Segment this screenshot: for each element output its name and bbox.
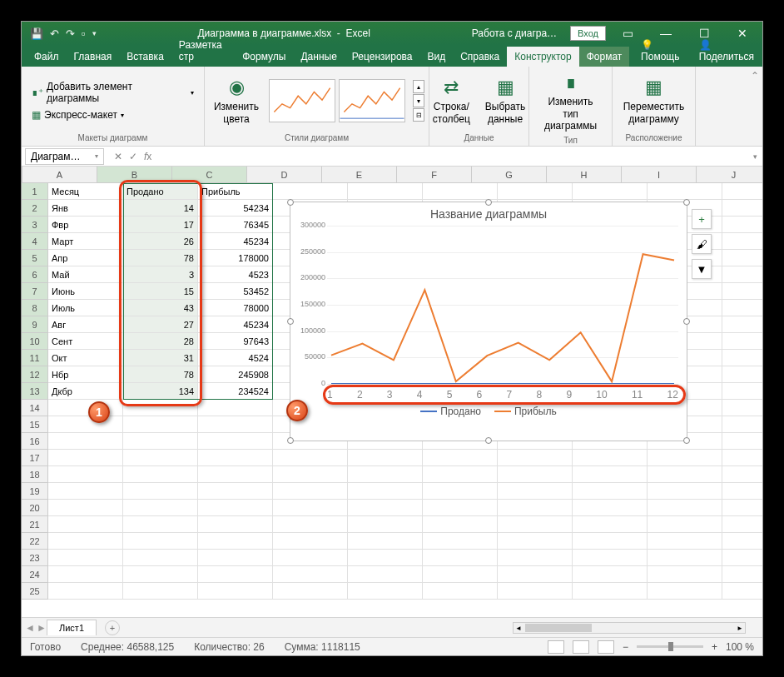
row-header-8[interactable]: 8 — [22, 300, 48, 316]
cell-C14[interactable] — [198, 400, 273, 416]
cell-J20[interactable] — [722, 500, 762, 516]
cell-F23[interactable] — [423, 550, 498, 566]
cell-E24[interactable] — [348, 566, 423, 583]
cell-F1[interactable] — [423, 183, 498, 200]
cell-B3[interactable]: 17 — [123, 217, 198, 233]
cell-B13[interactable]: 134 — [123, 383, 198, 400]
fx-icon[interactable]: fx — [144, 151, 151, 162]
cell-C20[interactable] — [198, 500, 273, 516]
cell-E1[interactable] — [348, 183, 423, 200]
cell-J7[interactable] — [722, 283, 762, 300]
cell-C19[interactable] — [198, 483, 273, 500]
tab-layout[interactable]: Разметка стр — [171, 35, 235, 67]
cell-G25[interactable] — [498, 583, 573, 600]
cell-G24[interactable] — [498, 566, 573, 583]
chart-elements-button[interactable]: + — [692, 209, 712, 229]
redo-icon[interactable]: ↷ — [66, 27, 75, 40]
cell-A21[interactable] — [48, 516, 123, 533]
row-header-17[interactable]: 17 — [22, 450, 48, 466]
style-more-icon[interactable]: ⊟ — [413, 108, 424, 122]
expand-formula-icon[interactable]: ▾ — [748, 152, 762, 161]
chart-styles-button[interactable]: 🖌 — [692, 234, 712, 254]
cell-J8[interactable] — [722, 300, 762, 316]
tab-help[interactable]: Справка — [453, 47, 507, 67]
cell-I18[interactable] — [648, 466, 722, 483]
change-colors-button[interactable]: ◉Изменить цвета — [209, 75, 264, 127]
cell-C15[interactable] — [198, 416, 273, 433]
cell-B10[interactable]: 28 — [123, 333, 198, 350]
col-header-E[interactable]: E — [322, 167, 397, 183]
cell-C2[interactable]: 54234 — [198, 200, 273, 217]
row-header-20[interactable]: 20 — [22, 500, 48, 516]
row-header-24[interactable]: 24 — [22, 566, 48, 583]
quick-layout-button[interactable]: ▦Экспресс-макет▾ — [28, 107, 127, 122]
cell-D18[interactable] — [273, 466, 348, 483]
cell-A3[interactable]: Фвр — [48, 217, 123, 233]
cell-A18[interactable] — [48, 466, 123, 483]
horizontal-scrollbar[interactable]: ◄► — [513, 622, 746, 634]
cell-B8[interactable]: 43 — [123, 300, 198, 316]
cell-H25[interactable] — [573, 583, 648, 600]
row-header-22[interactable]: 22 — [22, 533, 48, 550]
row-header-15[interactable]: 15 — [22, 416, 48, 433]
cancel-formula-icon[interactable]: ✕ — [114, 151, 122, 162]
cell-C24[interactable] — [198, 566, 273, 583]
cell-J11[interactable] — [722, 350, 762, 366]
cell-A22[interactable] — [48, 533, 123, 550]
cell-H23[interactable] — [573, 550, 648, 566]
cell-B24[interactable] — [123, 566, 198, 583]
cell-A9[interactable]: Авг — [48, 316, 123, 333]
cell-J5[interactable] — [722, 250, 762, 266]
enter-formula-icon[interactable]: ✓ — [129, 151, 137, 162]
row-header-21[interactable]: 21 — [22, 516, 48, 533]
cell-F24[interactable] — [423, 566, 498, 583]
cell-I24[interactable] — [648, 566, 722, 583]
col-header-J[interactable]: J — [697, 167, 762, 183]
cell-D20[interactable] — [273, 500, 348, 516]
col-header-A[interactable]: A — [22, 167, 97, 183]
cell-B18[interactable] — [123, 466, 198, 483]
view-normal-button[interactable] — [548, 640, 564, 654]
col-header-F[interactable]: F — [397, 167, 472, 183]
cell-A7[interactable]: Июнь — [48, 283, 123, 300]
row-header-11[interactable]: 11 — [22, 350, 48, 366]
chart-title[interactable]: Название диаграммы — [290, 202, 687, 226]
cell-C3[interactable]: 76345 — [198, 217, 273, 233]
cell-B21[interactable] — [123, 516, 198, 533]
cell-J14[interactable] — [722, 400, 762, 416]
cell-C13[interactable]: 234524 — [198, 383, 273, 400]
cell-H22[interactable] — [573, 533, 648, 550]
switch-row-col-button[interactable]: ⇄Строка/ столбец — [428, 75, 475, 127]
cell-J10[interactable] — [722, 333, 762, 350]
cell-I20[interactable] — [648, 500, 722, 516]
cell-D1[interactable] — [273, 183, 348, 200]
cell-C22[interactable] — [198, 533, 273, 550]
cell-A14[interactable] — [48, 400, 123, 416]
cell-A25[interactable] — [48, 583, 123, 600]
col-header-B[interactable]: B — [97, 167, 172, 183]
cell-F17[interactable] — [423, 450, 498, 466]
cell-G21[interactable] — [498, 516, 573, 533]
cell-A16[interactable] — [48, 433, 123, 450]
row-header-7[interactable]: 7 — [22, 283, 48, 300]
row-header-10[interactable]: 10 — [22, 333, 48, 350]
cell-H21[interactable] — [573, 516, 648, 533]
spreadsheet-grid[interactable]: ABCDEFGHIJKL 123456789101112131415161718… — [22, 167, 762, 617]
cell-A24[interactable] — [48, 566, 123, 583]
cell-B19[interactable] — [123, 483, 198, 500]
cell-A11[interactable]: Окт — [48, 350, 123, 366]
row-header-14[interactable]: 14 — [22, 400, 48, 416]
cell-E17[interactable] — [348, 450, 423, 466]
cell-H24[interactable] — [573, 566, 648, 583]
save-icon[interactable]: 💾 — [30, 27, 43, 40]
cell-J18[interactable] — [722, 466, 762, 483]
cell-B7[interactable]: 15 — [123, 283, 198, 300]
cell-E21[interactable] — [348, 516, 423, 533]
col-header-C[interactable]: C — [172, 167, 247, 183]
row-header-4[interactable]: 4 — [22, 233, 48, 250]
cell-J22[interactable] — [722, 533, 762, 550]
cell-H19[interactable] — [573, 483, 648, 500]
cell-C25[interactable] — [198, 583, 273, 600]
cell-B5[interactable]: 78 — [123, 250, 198, 266]
cell-J19[interactable] — [722, 483, 762, 500]
